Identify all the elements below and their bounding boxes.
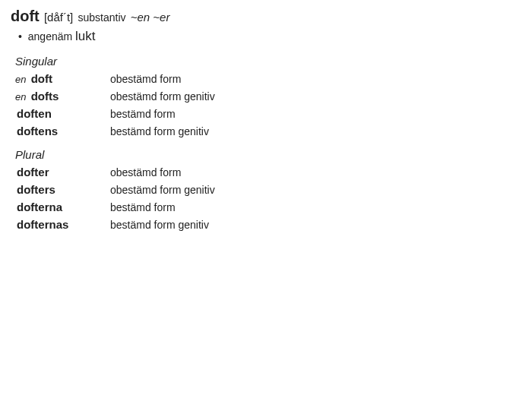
definition-pre: angenäm — [28, 30, 72, 43]
definition-line: • angenäm lukt — [18, 29, 521, 44]
dictionary-entry: doft [dåf´t] substantiv ~en ~er • angenä… — [0, 0, 532, 401]
table-row: dofterna bestämd form — [15, 199, 521, 216]
article: en — [15, 74, 26, 85]
section-plural: Plural dofter obestämd form dofters obes… — [15, 148, 521, 234]
section-title: Singular — [15, 55, 521, 68]
form: dofts — [31, 90, 59, 103]
article: en — [15, 91, 26, 103]
table-row: dofters obestämd form genitiv — [15, 182, 521, 199]
definition-highlight: lukt — [75, 29, 95, 43]
pronunciation: [dåf´t] — [44, 11, 73, 24]
form-description: obestämd form genitiv — [110, 88, 215, 105]
form: doften — [17, 107, 52, 120]
table-row: dofternas bestämd form genitiv — [15, 216, 521, 234]
form-description: bestämd form — [110, 106, 176, 122]
section-singular: Singular en doft obestämd form en dofts … — [15, 55, 521, 141]
form-description: obestämd form — [110, 71, 181, 87]
table-row: doftens bestämd form genitiv — [15, 123, 521, 141]
form: dofternas — [17, 218, 68, 231]
word-form: dofter — [15, 164, 110, 182]
word-form: dofternas — [15, 216, 110, 234]
word-form: dofters — [15, 182, 110, 199]
headline: doft [dåf´t] substantiv ~en ~er — [11, 8, 521, 26]
word-form: doften — [15, 106, 110, 123]
word-form: en dofts — [15, 88, 110, 106]
word-form: dofterna — [15, 199, 110, 216]
table-row: dofter obestämd form — [15, 164, 521, 182]
inflection-pattern: ~en ~er — [131, 11, 170, 24]
headword: doft — [11, 8, 40, 24]
form: dofterna — [17, 200, 62, 213]
form: doft — [31, 72, 52, 85]
form: dofters — [17, 183, 55, 196]
table-row: en dofts obestämd form genitiv — [15, 88, 521, 106]
table-row: en doft obestämd form — [15, 71, 521, 88]
bullet-icon: • — [18, 30, 22, 43]
section-title: Plural — [15, 148, 521, 161]
form-description: obestämd form — [110, 164, 181, 181]
form: doftens — [17, 125, 58, 137]
form-description: obestämd form genitiv — [110, 182, 215, 198]
form-description: bestämd form genitiv — [110, 123, 209, 140]
form-description: bestämd form genitiv — [110, 216, 209, 233]
form: dofter — [17, 166, 49, 178]
table-row: doften bestämd form — [15, 106, 521, 123]
word-form: doftens — [15, 123, 110, 141]
form-description: bestämd form — [110, 199, 176, 216]
word-form: en doft — [15, 71, 110, 88]
part-of-speech: substantiv — [78, 11, 125, 24]
